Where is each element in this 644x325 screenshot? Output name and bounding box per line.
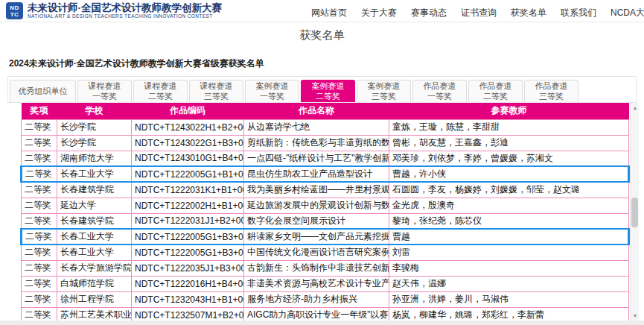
teachers-cell: 赵天伟，温娜 xyxy=(389,276,629,291)
awards-table: 奖项学校作品编码作品名称参赛教师 二等奖长沙学院NDTC+T1243022H1+… xyxy=(20,103,630,321)
award-cell: 二等奖 xyxy=(22,291,57,307)
table-scrollbar[interactable]: ▲ ▼ xyxy=(630,103,639,321)
brand: ND TC 未来设计师·全国艺术设计教师教学创新大赛 NATIONAL ART … xyxy=(6,2,222,19)
school-cell: 长春工业大学 xyxy=(57,166,132,182)
school-cell: 长春大学旅游学院 xyxy=(57,260,132,276)
top-nav: 网站首页关于大赛赛事动态证书查询获奖名单联系我们NCDA大赛 xyxy=(311,7,644,19)
school-cell: 长春工业大学 xyxy=(57,229,132,244)
tab-label-line1: 作品赛道 xyxy=(479,81,512,92)
tab-award-4[interactable]: 案例赛道一等奖 xyxy=(245,80,299,102)
nav-item[interactable]: 证书查询 xyxy=(461,7,497,19)
table-row[interactable]: 二等奖长春建筑学院NDTC+T1222031K1+B1+002我为美丽乡村绘蓝图… xyxy=(22,182,629,198)
teachers-cell: 曹越 xyxy=(389,229,629,244)
table-row[interactable]: 二等奖长沙学院NDTC+T1243022G1+B3+002剪纸新韵：传统色彩与非… xyxy=(22,135,629,151)
tab-award-7[interactable]: 作品赛道一等奖 xyxy=(412,80,467,102)
tab-award-5[interactable]: 案例赛道二等奖 xyxy=(301,80,355,102)
table-row[interactable]: 二等奖长沙学院NDTC+T1243022H1+B2+002从边塞诗学七绝童炼，王… xyxy=(22,119,629,135)
nav-item[interactable]: 联系我们 xyxy=(561,7,596,19)
school-cell: 长沙学院 xyxy=(57,135,132,151)
bottom-strip xyxy=(0,321,644,325)
nav-item[interactable]: NCDA大赛 xyxy=(610,7,644,19)
code-cell: NDTC+T1222035J1+B3+001 xyxy=(132,260,244,276)
award-cell: 二等奖 xyxy=(22,151,57,166)
tab-award-8[interactable]: 作品赛道二等奖 xyxy=(468,80,523,102)
table-row[interactable]: 二等奖苏州工艺美术职业技术学院NDTC+T1232507M1+B2+001AIG… xyxy=(22,307,629,321)
tab-award-9[interactable]: 作品赛道三等奖 xyxy=(524,80,578,102)
award-cell: 二等奖 xyxy=(22,229,57,244)
nav-item[interactable]: 赛事动态 xyxy=(411,7,447,19)
work-title-cell: 古韵新生：头饰制作中非遗技艺创新实践 xyxy=(244,260,389,276)
award-cell: 二等奖 xyxy=(22,198,57,213)
school-cell: 长春建筑学院 xyxy=(57,213,132,229)
teachers-cell: 李骏梅 xyxy=(389,260,629,276)
table-row-highlighted[interactable]: 二等奖长春工业大学NDTC+T1222005G1+B3+005耕读家乡文明——文… xyxy=(22,229,629,244)
tab-excellent-org[interactable]: 优秀组织单位 xyxy=(10,80,76,102)
school-cell: 徐州工程学院 xyxy=(57,291,132,307)
tab-award-1[interactable]: 课程赛道一等奖 xyxy=(77,80,132,102)
code-cell: NDTC+T1232043H1+B1+001 xyxy=(132,291,244,307)
table-row[interactable]: 二等奖延边大学NDTC+T1222002H1+B1+002延边旅游发展中的景观设… xyxy=(22,198,629,213)
code-cell: NDTC+T1222016H1+B4+001 xyxy=(132,276,244,291)
table-row[interactable]: 二等奖长春工业大学NDTC+T1222005G1+B3+001中国传统文化漫画设… xyxy=(22,244,629,260)
tab-bar: 优秀组织单位课程赛道一等奖课程赛道二等奖课程赛道三等奖案例赛道一等奖案例赛道二等… xyxy=(7,76,637,103)
column-header: 奖项 xyxy=(22,103,57,119)
tab-award-2[interactable]: 课程赛道二等奖 xyxy=(133,80,188,102)
table-row-highlighted[interactable]: 二等奖长春工业大学NDTC+T1222005G1+B1+001昆虫仿生助农工业产… xyxy=(22,166,629,182)
table-row[interactable]: 二等奖白城师范学院NDTC+T1222016H1+B4+001非遗美术资源与高校… xyxy=(22,276,629,291)
brand-logo-icon: ND TC xyxy=(6,2,23,19)
tab-label-line1: 案例赛道 xyxy=(256,81,289,92)
code-cell: NDTC+T1232507M1+B2+001 xyxy=(132,307,244,321)
logo-line2: TC xyxy=(10,11,19,18)
table-row[interactable]: 二等奖长春建筑学院NDTC+T1222031J1+B2+001数字化会展空间展示… xyxy=(22,213,629,229)
teachers-cell: 曾彬，胡友慧，王嘉鑫，彭迪 xyxy=(389,135,629,151)
tab-label-line2: 一等奖 xyxy=(427,92,452,102)
school-cell: 长沙学院 xyxy=(57,119,132,135)
code-cell: NDTC+T1243010G1+B4+001 xyxy=(132,151,244,166)
work-title-cell: 一点四链-"纸样设计与工艺"教学创新实践 xyxy=(244,151,389,166)
tab-label-line2: 一等奖 xyxy=(260,92,284,102)
tab-label-line2: 一等奖 xyxy=(92,92,117,102)
work-title-cell: AIGC助力高职设计专业一年级"以赛促学" xyxy=(244,307,389,321)
nav-item[interactable]: 获奖名单 xyxy=(511,7,546,19)
teachers-cell: 孙亚洲，洪婵，姜川，马淑伟 xyxy=(389,291,629,307)
table-row[interactable]: 二等奖湖南师范大学NDTC+T1243010G1+B4+001一点四链-"纸样设… xyxy=(22,151,629,166)
work-title-cell: 非遗美术资源与高校艺术设计专业产教融合 xyxy=(244,276,389,291)
column-header: 学校 xyxy=(57,103,132,119)
award-cell: 二等奖 xyxy=(22,135,57,151)
tab-award-6[interactable]: 案例赛道三等奖 xyxy=(357,80,411,102)
scroll-down-icon[interactable]: ▼ xyxy=(631,311,639,321)
logo-line1: ND xyxy=(10,4,19,11)
award-cell: 二等奖 xyxy=(22,166,57,182)
nav-item[interactable]: 关于大赛 xyxy=(361,7,397,19)
work-title-cell: 我为美丽乡村绘蓝图——井里村景观改造设计 xyxy=(244,182,389,198)
award-cell: 二等奖 xyxy=(22,182,57,198)
tab-award-3[interactable]: 课程赛道三等奖 xyxy=(189,80,243,102)
brand-subtitle: NATIONAL ART & DESIGN TEACHERS TEACHING … xyxy=(28,13,222,19)
brand-title: 未来设计师·全国艺术设计教师教学创新大赛 xyxy=(28,2,222,13)
school-cell: 苏州工艺美术职业技术学院 xyxy=(57,307,132,321)
awards-table-body: 二等奖长沙学院NDTC+T1243022H1+B2+002从边塞诗学七绝童炼，王… xyxy=(22,119,629,321)
teachers-cell: 曹越，许小侠 xyxy=(389,166,629,182)
tab-label-line1: 优秀组织单位 xyxy=(19,86,68,97)
work-title-cell: 从边塞诗学七绝 xyxy=(244,119,389,135)
scroll-up-icon[interactable]: ▲ xyxy=(631,103,639,113)
table-row[interactable]: 二等奖长春大学旅游学院NDTC+T1222035J1+B3+001古韵新生：头饰… xyxy=(22,260,629,276)
tab-label-line1: 课程赛道 xyxy=(89,81,121,92)
code-cell: NDTC+T1222005G1+B3+001 xyxy=(132,244,244,260)
work-title-cell: 数字化会展空间展示设计 xyxy=(244,213,389,229)
work-title-cell: 中国传统文化漫画设计语言研究案例 xyxy=(244,244,389,260)
nav-item[interactable]: 网站首页 xyxy=(311,7,347,19)
code-cell: NDTC+T1222031K1+B1+002 xyxy=(132,182,244,198)
tab-label-line2: 三等奖 xyxy=(539,92,564,102)
code-cell: NDTC+T1222031J1+B2+001 xyxy=(132,213,244,229)
table-row[interactable]: 二等奖徐州工程学院NDTC+T1232043H1+B1+001服务地方经济-助力… xyxy=(22,291,629,307)
scrollbar-thumb[interactable] xyxy=(631,198,638,227)
awards-table-viewport: 奖项学校作品编码作品名称参赛教师 二等奖长沙学院NDTC+T1243022H1+… xyxy=(20,103,639,321)
tab-label-line2: 三等奖 xyxy=(204,92,229,102)
tab-label-line1: 案例赛道 xyxy=(312,81,345,92)
brand-text: 未来设计师·全国艺术设计教师教学创新大赛 NATIONAL ART & DESI… xyxy=(28,2,222,19)
school-cell: 长春建筑学院 xyxy=(57,182,132,198)
tab-label-line2: 二等奖 xyxy=(148,92,173,102)
table-header-row: 奖项学校作品编码作品名称参赛教师 xyxy=(22,103,629,119)
work-title-cell: 耕读家乡文明——文创产品元素挖掘与探索 xyxy=(244,229,389,244)
